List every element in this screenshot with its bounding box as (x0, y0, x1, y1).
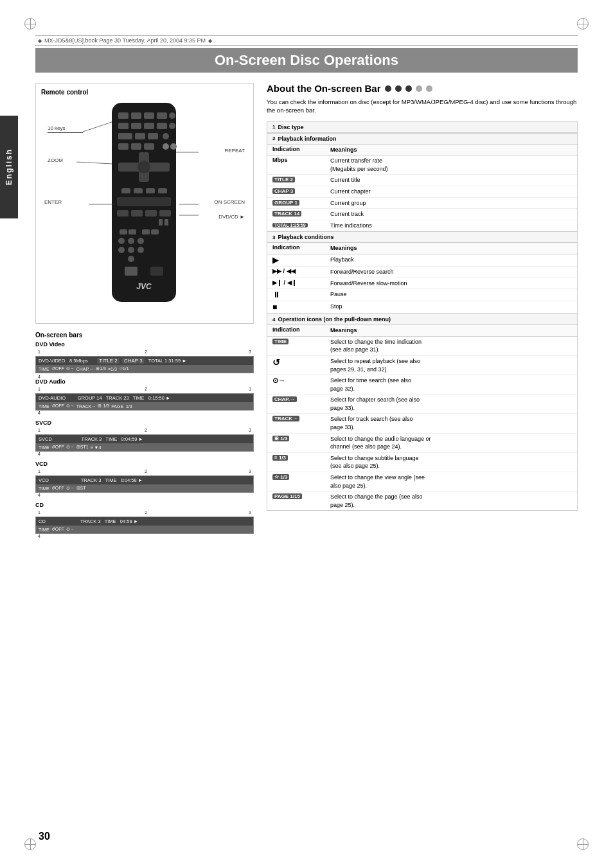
section1-title: Disc type (278, 124, 303, 130)
track-search-badge: TRACK→ (272, 416, 299, 421)
vcd-label: VCD (35, 461, 254, 467)
audio-da: ⊞ 1/3 (98, 403, 109, 409)
section2-title: Playback information (278, 136, 336, 142)
svg-rect-13 (148, 133, 158, 139)
row-track14: TRACK 14 Current track (267, 209, 577, 220)
reg-mark-bl (24, 838, 36, 850)
onscreen-bars-section: On-screen bars DVD Video 1 2 3 DVD-VIDEO… (35, 332, 254, 540)
intro-text: You can check the information on disc (e… (267, 98, 578, 115)
about-title: About the On-screen Bar (267, 83, 578, 94)
reg-mark-br (577, 838, 589, 850)
page-title: On-Screen Disc Operations (35, 48, 578, 73)
angle-icon: ☆1/1 (119, 366, 129, 371)
num4-vcd: 4 (38, 493, 40, 497)
ind-total: TOTAL 1:25:59 (272, 222, 330, 228)
section2-num: 2 (272, 136, 275, 141)
file-info-bar: ◆ MX-JD5&8[US].book Page 30 Tuesday, Apr… (35, 35, 578, 46)
svcd-bar: 1 2 3 SVCD TRACK 3 TIME 0:04:59 ► TIME (35, 428, 254, 457)
svg-point-18 (163, 143, 169, 150)
dvd-video-top-row: DVD-VIDEO 8.5Mbps TITLE 2 CHAP 3 TOTAL 1… (36, 357, 253, 365)
vcd-bar: 1 2 3 VCD TRACK 3 TIME 0:04:58 ► TIME (35, 469, 254, 498)
col-header-meanings-4: Meanings (330, 326, 572, 335)
num1-dv: 1 (38, 350, 40, 354)
svg-point-10 (169, 123, 175, 129)
num4-da: 4 (38, 411, 40, 415)
section4-num: 4 (272, 317, 275, 323)
dvd-video-bottom-row: TIME ↺OFF ⊙→ CHAP.→ ⊞1/3 ≡1/3 ☆1/1 (36, 365, 253, 373)
vcd-content: VCD TRACK 3 TIME 0:04:58 ► (39, 477, 143, 483)
row-subtitle: ≡ 1/3 Select to change subtitle language… (267, 453, 577, 472)
svg-rect-23 (121, 188, 130, 193)
col-header-indication-4: Indication (272, 326, 330, 333)
num3-sv: 3 (249, 428, 251, 432)
mean-group1: Current group (330, 199, 572, 208)
about-title-text: About the On-screen Bar (267, 83, 381, 94)
svg-rect-26 (158, 188, 167, 193)
chap-badge: CHAP 3 (122, 358, 145, 364)
side-tab-label: English (4, 148, 13, 185)
svg-rect-16 (131, 143, 141, 150)
section-playback-info-header: 2 Playback information (267, 133, 577, 145)
svcd-content: SVCD TRACK 3 TIME 0:04:59 ► (39, 436, 143, 442)
cd-bottom-row: TIME ↺OFF ⊙→ (36, 526, 253, 533)
svg-rect-12 (135, 133, 145, 139)
remote-control-label: Remote control (41, 89, 248, 96)
svg-rect-25 (146, 188, 155, 193)
row-play: ▶ Playback (267, 254, 577, 267)
mean-stop: Stop (330, 303, 572, 311)
vcd-bar-frame: VCD TRACK 3 TIME 0:04:58 ► TIME ↺OFF ⊙→ … (35, 475, 254, 493)
num2-vcd: 2 (145, 469, 147, 474)
svg-rect-35 (129, 229, 136, 235)
svg-rect-15 (118, 143, 129, 150)
search-cd: ⊙→ (66, 527, 75, 532)
remote-svg: JVC (86, 100, 202, 312)
row-page: PAGE 1/15 Select to change the page (see… (267, 492, 577, 510)
label-dvd-cd: DVD/CD ► (218, 214, 245, 220)
repeat-da: ↺OFF (51, 403, 64, 409)
dvd-video-content: DVD-VIDEO 8.5Mbps TITLE 2 CHAP 3 TOTAL 1… (39, 358, 187, 364)
mean-audio-ch: Select to change the audio language orch… (330, 435, 572, 451)
ind-time-ind: TIME (272, 338, 330, 344)
svg-point-38 (118, 238, 125, 244)
svg-point-19 (170, 143, 177, 150)
svg-rect-45 (125, 267, 138, 276)
col-header-indication-1: Indication (272, 146, 330, 152)
ind-chap3: CHAP 3 (272, 188, 330, 194)
row-pause: ⏸ Pause (267, 289, 577, 301)
section3-num: 3 (272, 235, 275, 240)
right-column: About the On-screen Bar You can check th… (267, 83, 578, 544)
svg-point-39 (128, 238, 134, 244)
stop-icon: ■ (272, 303, 277, 312)
vcd-top-row: VCD TRACK 3 TIME 0:04:58 ► (36, 476, 253, 484)
search-sv: ⊙→ (66, 445, 75, 450)
svg-rect-7 (131, 123, 141, 129)
ind-pause: ⏸ (272, 290, 330, 299)
time-ind-badge: TIME (272, 339, 289, 344)
mean-total: Time indications (330, 222, 572, 230)
ind-slowmo: ▶❙ / ◀❙ (272, 279, 330, 286)
repeat-cd: ↺OFF (51, 527, 64, 532)
ind-track-search: TRACK→ (272, 415, 330, 421)
col-header-meanings-3: Meanings (330, 244, 572, 252)
num4-cd: 4 (38, 534, 40, 538)
chap3-badge: CHAP 3 (272, 188, 295, 194)
mean-slowmo: Forward/Reverse slow-motion (330, 279, 572, 288)
subtitle-badge: ≡ 1/3 (272, 455, 288, 461)
section-disc-type-header: 1 Disc type (267, 122, 577, 133)
num3-dv: 3 (249, 350, 251, 354)
num4-sv: 4 (38, 452, 40, 456)
svg-point-5 (169, 112, 175, 119)
ind-stop: ■ (272, 303, 330, 312)
mean-chap-search: Select for chapter search (see alsopage … (330, 396, 572, 412)
time-sv: TIME (39, 445, 49, 450)
svcd-label: SVCD (35, 420, 254, 426)
svg-rect-17 (144, 143, 154, 150)
play-icon: ▶ (272, 256, 278, 265)
repeat-icon: ↺OFF (51, 366, 64, 371)
ind-chap-search: CHAP.→ (272, 396, 330, 402)
playback-cond-col-headers: Indication Meanings (267, 243, 577, 254)
label-on-screen: ON SCREEN (214, 199, 245, 205)
svg-rect-24 (134, 188, 143, 193)
repeat-op-icon: ↺ (272, 357, 280, 368)
num3-cd: 3 (249, 510, 251, 515)
